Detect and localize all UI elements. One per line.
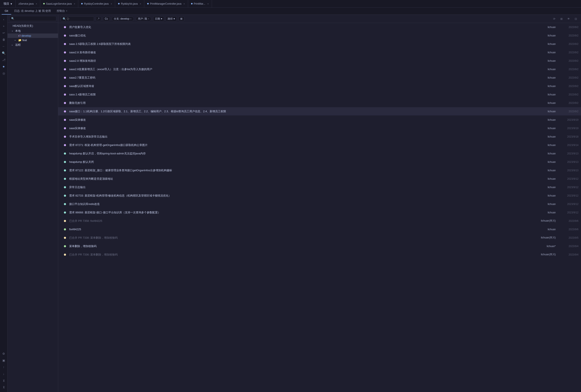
- commit-graph-col: [61, 110, 69, 112]
- tab-zservice[interactable]: zService.java ×: [16, 0, 40, 7]
- commit-row[interactable]: saas默认区域查询省lichuan2023/9/2: [58, 82, 581, 90]
- filter-branch-tag[interactable]: 分支: develop ×: [112, 16, 134, 21]
- commit-message: saas2.8 增加发布路径: [69, 59, 532, 63]
- sidebar-pull-btn[interactable]: ↓: [1, 371, 7, 377]
- git-tab-console[interactable]: 控制台 ×: [54, 7, 70, 14]
- commit-row[interactable]: 需求 87122: 基层框架_接口：健康管理业务查询接口getOrganInfo…: [58, 166, 581, 175]
- tab-printmar-close[interactable]: ×: [207, 2, 208, 5]
- commit-row[interactable]: heapdump 默认开启，否则spring-boot-admin无法监控jav…: [58, 149, 581, 158]
- tree-item-remote[interactable]: ▸ 远程: [8, 42, 58, 47]
- tree-search-input[interactable]: [9, 16, 56, 21]
- commit-author: lichuan: [532, 102, 558, 104]
- commit-author: lichuan: [532, 118, 558, 121]
- sidebar-search-btn[interactable]: 🔍: [1, 50, 7, 56]
- commit-row[interactable]: saas2.8 增加发布路径lichuan2023/9/2: [58, 57, 581, 65]
- branch-label: 分支:: [114, 17, 120, 21]
- commit-row[interactable]: 菜单删除，增加校验码lichuan*2023/9/4: [58, 242, 581, 250]
- user-tag-close[interactable]: ×: [148, 17, 149, 20]
- commit-row[interactable]: saas2.8批量新增员工（excel导入） 注意：出参list为导入失败的用户…: [58, 65, 581, 73]
- tree-item-feat[interactable]: ▸ 📁 feat: [8, 38, 58, 42]
- user-value: 我: [144, 17, 147, 21]
- commit-row[interactable]: sass 2.4新增员工权限lichuan2023/9/2: [58, 90, 581, 99]
- filter-date-btn[interactable]: 日期 ▾: [153, 16, 164, 21]
- commit-row[interactable]: 需求 86668: 基层框架-接口-接口平台知识库（支持一次查询多个参数配置）l…: [58, 208, 581, 217]
- commit-row[interactable]: 删除无效引用lichuan2023/9/2: [58, 99, 581, 107]
- commit-row[interactable]: sass接口优化lichuan2023/9/2: [58, 31, 581, 40]
- filter-regex-btn[interactable]: .*: [96, 16, 101, 21]
- commit-row[interactable]: saas2.7重置员工密码lichuan2023/9/2: [58, 73, 581, 82]
- tab-ryddzy-controller[interactable]: RyddzyController.java ×: [78, 0, 115, 7]
- tree-item-local[interactable]: ▾ 本地: [8, 28, 58, 33]
- sidebar-star-btn[interactable]: ★: [1, 64, 7, 69]
- commit-row[interactable]: 已合并 PR 7338: 菜单删除，增加校验码lichuan(李川)2023/9…: [58, 234, 581, 242]
- commit-row[interactable]: 手术目录导入增加异常日志输出lichuan2023/9/18: [58, 133, 581, 141]
- tree-item-develop[interactable]: 🏷 develop: [8, 33, 58, 38]
- commit-row[interactable]: 异常日志输出lichuan2023/9/12: [58, 183, 581, 192]
- commit-message: 需求 87122: 基层框架_接口：健康管理业务查询接口getOrganInfo…: [69, 169, 532, 172]
- commit-row[interactable]: 已合并 PR 7358: fix#84225lichuan(李川)2023/9/…: [58, 217, 581, 225]
- commit-row[interactable]: saas实体修改lichuan2023/9/19: [58, 116, 581, 124]
- commit-date: 2023/9/4: [558, 245, 578, 248]
- sidebar-back-btn[interactable]: ←: [1, 43, 7, 49]
- tab-printmanager-close[interactable]: ×: [184, 2, 185, 5]
- tree-item-head[interactable]: HEAD(当前分支): [8, 23, 58, 28]
- sidebar-expand-btn[interactable]: ⊻: [1, 378, 7, 384]
- filter-expand-btn[interactable]: ⊡: [573, 16, 578, 21]
- git-tab-console-close[interactable]: ×: [66, 9, 67, 12]
- commit-row[interactable]: saas2.8 发布路径修改lichuan2023/9/2: [58, 48, 581, 57]
- commit-message: fix#84225: [69, 228, 532, 231]
- commit-author: lichuan: [532, 194, 558, 197]
- commit-row[interactable]: 根据地址类型来判断是否是顶级地址lichuan2023/9/12: [58, 175, 581, 183]
- commit-row[interactable]: heapdump 默认关闭lichuan2023/9/13: [58, 158, 581, 166]
- branch-tag-close[interactable]: ×: [130, 17, 132, 20]
- sidebar-branch-btn[interactable]: ⎇: [1, 57, 7, 63]
- filter-newwindow-btn[interactable]: ⊞: [178, 16, 184, 21]
- filter-split-btn[interactable]: ⊞: [559, 16, 564, 21]
- sidebar-repo-btn[interactable]: ▣: [1, 358, 7, 363]
- sidebar-globe-btn[interactable]: ◎: [1, 70, 7, 76]
- filter-user-tag[interactable]: 用户: 我 ×: [136, 16, 152, 21]
- commit-row[interactable]: 需求 87271: 框架-机构管理-getOrganInfos接口获取机构公章图…: [58, 141, 581, 149]
- sidebar-gear-btn[interactable]: ⚙: [1, 351, 7, 357]
- commit-row[interactable]: saas 2.5获取员工权限 2.6获取医院下所有权限列表lichuan2023…: [58, 40, 581, 48]
- project-menu[interactable]: 项目 ▾: [0, 0, 16, 7]
- commit-row[interactable]: saas接口：1.1机构注册、1.2行政区域获取、2.1、新增员工、2.2、编辑…: [58, 107, 581, 116]
- commit-dot: [64, 203, 66, 205]
- tab-ryddzyvo[interactable]: RyddzyVo.java ×: [115, 0, 144, 7]
- tab-ryddzy-controller-close[interactable]: ×: [111, 2, 112, 5]
- commit-dot: [64, 144, 66, 146]
- commit-row[interactable]: 接口平台知识库redis改造lichuan2023/9/12: [58, 200, 581, 208]
- tab-ryddzy-controller-label: RyddzyController.java: [84, 2, 108, 5]
- filter-search-box[interactable]: 🔍: [61, 16, 94, 21]
- git-tab-git[interactable]: Git: [2, 7, 11, 14]
- sidebar-collapse2-btn[interactable]: ⊼: [1, 385, 7, 390]
- sidebar-undo-btn[interactable]: ↩: [1, 30, 7, 36]
- sidebar-push-btn[interactable]: ↑: [1, 364, 7, 370]
- commit-date: 2023/9/2: [558, 76, 578, 79]
- top-tab-bar: 项目 ▾ zService.java × SaasLoginService.ja…: [0, 0, 581, 7]
- tab-printmar[interactable]: PrintMar... ×: [188, 0, 212, 7]
- filter-path-btn[interactable]: 路径 ▾: [166, 16, 177, 21]
- git-tab-git-label: Git: [5, 9, 8, 12]
- commit-row[interactable]: 需求 82733: 基层框架-机构管理/修改机构信息（机构辖区及管辖区域卡顿情况…: [58, 192, 581, 200]
- tab-printmanager[interactable]: PrintManagerController.java ×: [144, 0, 188, 7]
- filter-search-input[interactable]: [67, 17, 92, 20]
- commit-row[interactable]: fix#84225lichuan2023/9/6: [58, 225, 581, 234]
- commit-graph-col: [61, 169, 69, 172]
- tab-saaslogin-close[interactable]: ×: [74, 2, 75, 5]
- tab-zservice-close[interactable]: ×: [36, 2, 37, 5]
- git-tab-log[interactable]: 日志: 在 develop 上 被 我 使用: [11, 7, 54, 14]
- sidebar-add-btn[interactable]: +: [1, 23, 7, 29]
- commit-row[interactable]: 已合并 PR 7336: 菜单删除，增加校验码lichuan(李川)2023/9…: [58, 250, 581, 259]
- commit-row[interactable]: saas实体修改lichuan2023/9/19: [58, 124, 581, 133]
- filter-refresh-btn[interactable]: ⟳: [552, 16, 557, 21]
- commit-graph-col: [61, 43, 69, 45]
- filter-eye-btn[interactable]: 👁: [566, 16, 571, 21]
- sidebar-collapse-btn[interactable]: ‹: [1, 16, 7, 22]
- sidebar-trash-btn[interactable]: 🗑: [1, 37, 7, 42]
- tab-saaslogin[interactable]: SaasLoginService.java ×: [40, 0, 78, 7]
- commit-message: 需求 82733: 基层框架-机构管理/修改机构信息（机构辖区及管辖区域卡顿情况…: [69, 194, 532, 197]
- filter-cc-btn[interactable]: Cc: [103, 16, 110, 21]
- commit-row[interactable]: 用户批量导入优化lichuan2023/9/2: [58, 23, 581, 31]
- tab-ryddzyvo-close[interactable]: ×: [140, 2, 141, 5]
